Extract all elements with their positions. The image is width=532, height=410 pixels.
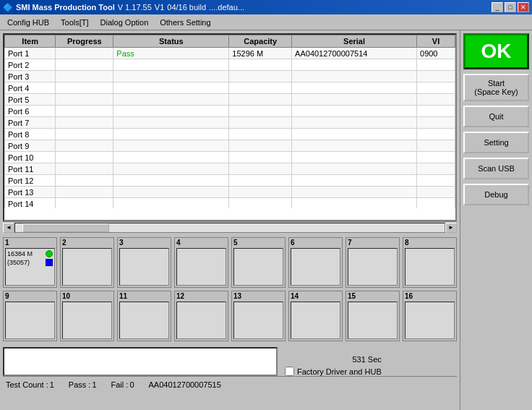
port-box-11[interactable] (119, 302, 169, 339)
port-num-4: 4 (176, 239, 181, 247)
main-content: Item Progress Status Capacity Serial VI … (0, 30, 532, 410)
cell-progress (56, 71, 113, 82)
cell-item: Port 6 (5, 106, 56, 117)
port-box-5[interactable] (233, 248, 283, 286)
factory-driver-checkbox[interactable] (285, 367, 294, 376)
table-row: Port 12 (5, 175, 455, 187)
cell-item: Port 5 (5, 94, 56, 106)
cell-item: Port 3 (5, 71, 56, 82)
col-capacity: Capacity (229, 35, 292, 48)
cell-capacity: 15296 M (229, 48, 292, 59)
table-row: Port 10 (5, 152, 455, 163)
port-box-14[interactable] (291, 302, 340, 339)
main-textbox[interactable] (3, 347, 278, 376)
scroll-left-button[interactable]: ◄ (3, 223, 14, 233)
cell-serial (292, 140, 417, 152)
cell-serial (292, 94, 417, 106)
port-box-4[interactable] (176, 248, 226, 286)
cell-vi (417, 106, 455, 117)
hscroll-track[interactable] (14, 223, 445, 233)
cell-progress (56, 187, 113, 198)
cell-status (113, 140, 229, 152)
port-grid: 116384 M (35057)2345678910111213141516 (3, 237, 457, 341)
table-row: Port 6 (5, 106, 455, 117)
cell-vi (417, 152, 455, 163)
port-num-15: 15 (348, 293, 356, 300)
cell-capacity (229, 117, 292, 129)
cell-serial (292, 71, 417, 82)
cell-progress (56, 140, 113, 152)
cell-vi (417, 117, 455, 129)
cell-capacity (229, 82, 292, 94)
table-container: Item Progress Status Capacity Serial VI … (3, 33, 457, 221)
text-box-row: 531 Sec Factory Driver and HUB (3, 347, 457, 376)
port-box-6[interactable] (291, 248, 340, 286)
start-button[interactable]: Start (Space Key) (463, 74, 529, 101)
title-text: SMI Mass Production Tool (16, 3, 115, 12)
ok-button[interactable]: OK (463, 33, 529, 69)
table-row: Port 11 (5, 163, 455, 175)
menu-others-setting[interactable]: Others Setting (154, 17, 216, 28)
port-box-8[interactable] (405, 248, 455, 286)
cell-status (113, 152, 229, 163)
port-box-3[interactable] (119, 248, 169, 286)
port-box-12[interactable] (176, 302, 226, 339)
title-controls: _ □ ✕ (492, 2, 529, 12)
quit-button[interactable]: Quit (463, 106, 529, 127)
debug-button[interactable]: Debug (463, 184, 529, 205)
port-cell-15: 15 (346, 291, 400, 341)
port-num-7: 7 (348, 239, 352, 247)
port-indicators (46, 250, 53, 266)
table-scroll-wrapper[interactable]: Item Progress Status Capacity Serial VI … (4, 35, 455, 208)
cell-status (113, 94, 229, 106)
cell-capacity (229, 140, 292, 152)
cell-progress (56, 152, 113, 163)
port-box-9[interactable] (5, 302, 55, 339)
cell-serial (292, 117, 417, 129)
green-indicator (46, 250, 53, 257)
menu-config-hub[interactable]: Config HUB (1, 17, 55, 28)
build-vi: V1 (155, 3, 164, 12)
menu-dialog-option[interactable]: Dialog Option (95, 17, 155, 28)
cell-item: Port 14 (5, 198, 56, 209)
port-box-2[interactable] (62, 248, 112, 286)
close-button[interactable]: ✕ (518, 2, 529, 12)
port-box-13[interactable] (233, 302, 283, 339)
menu-tools[interactable]: Tools[T] (55, 17, 95, 28)
test-count-item: Test Count : 1 (6, 380, 54, 389)
col-progress: Progress (56, 35, 113, 48)
profile-text: ....defau... (209, 3, 244, 12)
port-box-7[interactable] (348, 248, 398, 286)
maximize-button[interactable]: □ (505, 2, 516, 12)
cell-capacity (229, 187, 292, 198)
port-box-1[interactable]: 16384 M (35057) (5, 248, 55, 286)
cell-item: Port 13 (5, 187, 56, 198)
timer-label: 531 Sec (285, 355, 382, 364)
cell-vi (417, 198, 455, 209)
cell-capacity (229, 175, 292, 187)
cell-progress (56, 175, 113, 187)
serial-value: AA04012700007515 (149, 380, 221, 389)
hscroll-thumb[interactable] (22, 223, 109, 232)
scan-usb-button[interactable]: Scan USB (463, 158, 529, 179)
cell-status (113, 71, 229, 82)
port-box-16[interactable] (405, 302, 455, 339)
cell-status (113, 117, 229, 129)
cell-status (113, 82, 229, 94)
cell-item: Port 9 (5, 140, 56, 152)
setting-button[interactable]: Setting (463, 132, 529, 153)
port-num-8: 8 (405, 239, 409, 247)
fail-label: Fail : (111, 380, 129, 389)
cell-serial (292, 187, 417, 198)
cell-progress (56, 94, 113, 106)
port-box-10[interactable] (62, 302, 112, 339)
cell-serial (292, 175, 417, 187)
minimize-button[interactable]: _ (492, 2, 503, 12)
port-box-15[interactable] (348, 302, 398, 339)
cell-vi (417, 59, 455, 71)
cell-vi (417, 163, 455, 175)
col-item: Item (5, 35, 56, 48)
scroll-right-button[interactable]: ► (445, 223, 457, 233)
port-num-1: 1 (5, 239, 9, 247)
cell-progress (56, 59, 113, 71)
